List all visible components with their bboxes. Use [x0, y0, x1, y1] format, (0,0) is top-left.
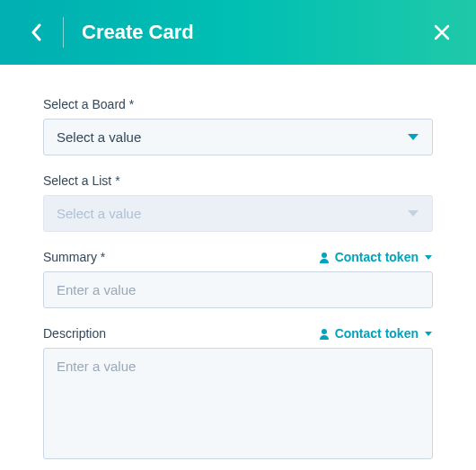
chevron-down-icon [407, 209, 419, 218]
svg-point-0 [322, 253, 327, 258]
list-select-value: Select a value [57, 206, 141, 221]
back-button[interactable] [22, 18, 50, 47]
board-select-value: Select a value [57, 129, 141, 145]
board-select[interactable]: Select a value [43, 119, 433, 155]
field-summary: Summary * Contact token [43, 250, 433, 308]
summary-token-label: Contact token [335, 250, 419, 264]
description-contact-token[interactable]: Contact token [319, 326, 433, 341]
label-row: Description Contact token [43, 326, 433, 341]
description-token-label: Contact token [335, 326, 419, 341]
field-board: Select a Board * Select a value [43, 97, 433, 155]
description-label: Description [43, 326, 106, 341]
close-icon [434, 24, 450, 40]
field-list: Select a List * Select a value [43, 173, 433, 232]
summary-contact-token[interactable]: Contact token [319, 250, 433, 264]
label-row: Select a Board * [43, 97, 433, 111]
summary-input-wrap [43, 271, 433, 308]
close-button[interactable] [428, 18, 456, 47]
modal-header: Create Card [0, 0, 476, 65]
header-divider [63, 17, 64, 48]
label-row: Select a List * [43, 173, 433, 188]
chevron-down-icon [424, 254, 433, 261]
person-icon [319, 328, 330, 340]
description-input-wrap [43, 348, 433, 459]
chevron-down-icon [424, 331, 433, 337]
summary-input[interactable] [57, 282, 419, 297]
list-label: Select a List * [43, 173, 120, 188]
person-icon [319, 252, 330, 263]
modal-title: Create Card [82, 21, 194, 44]
field-description: Description Contact token [43, 326, 433, 459]
chevron-down-icon [407, 133, 419, 142]
list-select: Select a value [43, 195, 433, 232]
summary-label: Summary * [43, 250, 105, 264]
description-textarea[interactable] [57, 359, 419, 448]
board-label: Select a Board * [43, 97, 134, 111]
form-body: Select a Board * Select a value Select a… [0, 65, 476, 459]
label-row: Summary * Contact token [43, 250, 433, 264]
chevron-left-icon [31, 23, 41, 41]
svg-point-1 [322, 329, 327, 334]
